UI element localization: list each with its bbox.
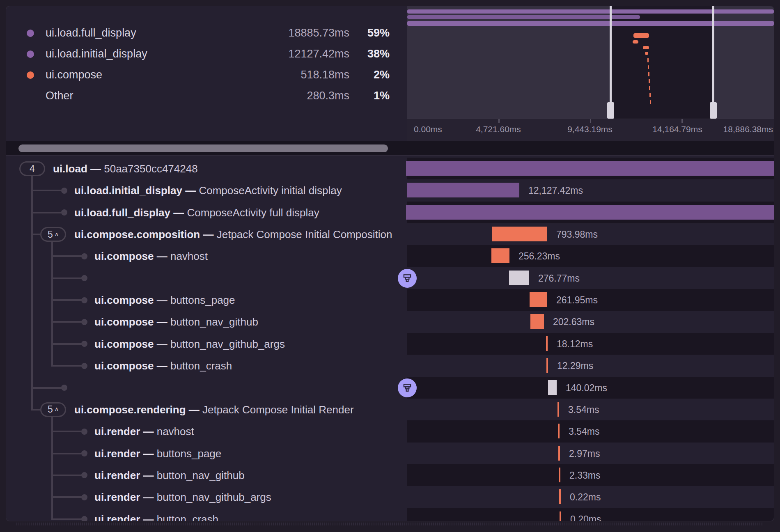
span-tree-row-label[interactable]: ui.render — buttons_page [94,447,221,460]
minimap-span-bar [633,33,649,38]
legend-label: Other [46,89,255,102]
tree-guide-line [51,365,85,367]
tree-guide-line [51,255,85,257]
trace-legend: ui.load.full_display 18885.73ms 59% ui.l… [6,6,407,141]
span-duration-bar[interactable] [558,424,560,438]
span-duration-label: 256.23ms [518,251,560,262]
span-duration-bar[interactable] [530,292,547,307]
span-tree-row-label[interactable]: ui.load — 50aa7350cc474248 [53,162,198,175]
span-duration-label: 3.54ms [569,426,599,437]
legend-percent: 59% [349,27,390,39]
legend-color-dot [27,50,34,58]
minimap-span-bar [648,72,649,76]
legend-color-dot [27,71,34,79]
span-tree-row-label[interactable]: ui.load.full_display — ComposeActivity f… [74,206,319,219]
minimap-canvas[interactable] [407,6,774,119]
legend-label: ui.load.full_display [46,27,255,39]
trace-waterfall-container: ui.load.full_display 18885.73ms 59% ui.l… [6,6,774,521]
legend-color-dot [27,92,34,100]
axis-tick [681,119,683,123]
minimap-span-bar [649,93,651,97]
tree-guide-line [31,234,41,235]
span-duration-label: 276.77ms [538,273,580,284]
tree-guide-line [51,321,85,323]
tree-guide-line [51,241,53,367]
profile-icon[interactable] [398,378,417,397]
minimap-span-bar [407,9,774,14]
legend-item: ui.load.initial_display 12127.42ms 38% [27,44,390,64]
tree-guide-line [31,409,41,410]
span-tree-row-label[interactable]: ui.compose — button_nav_github [94,315,258,328]
span-duration-label: 0.22ms [570,492,601,503]
resize-handle-hatch [16,523,764,525]
span-children-count-badge[interactable]: 5∧ [40,402,66,417]
span-tree-row-label[interactable]: ui.compose — button_nav_github_args [94,337,285,351]
minimap-span-bar [650,100,651,104]
span-duration-bar[interactable] [557,402,559,417]
span-duration-label: 2.33ms [569,470,600,481]
legend-percent: 38% [349,48,390,60]
profiling-flash-icon [402,273,413,284]
legend-item: ui.compose 518.18ms 2% [27,64,390,85]
span-tree-row-label[interactable]: ui.render — button_nav_github [94,469,245,482]
axis-label: 0.00ms [414,124,442,134]
bottom-resize-handle[interactable] [0,521,780,532]
span-duration-label: 12,127.42ms [528,185,583,196]
span-tree-row-label[interactable]: ui.compose — button_crash [94,359,232,372]
span-duration-bar[interactable] [548,380,557,395]
span-duration-bar[interactable] [492,227,547,241]
profile-icon[interactable] [398,269,417,288]
span-duration-bar[interactable] [406,205,774,220]
span-duration-bar[interactable] [559,468,560,482]
legend-percent: 2% [349,69,390,81]
span-duration-bar[interactable] [559,489,561,504]
panel-divider[interactable] [407,6,407,521]
span-tree-row-label[interactable]: ui.compose — buttons_page [94,294,235,307]
span-tree-row-label[interactable]: ui.load.initial_display — ComposeActivit… [74,184,342,197]
span-tree-row-label[interactable]: ui.compose — navhost [94,250,208,263]
minimap-left-handle-grip[interactable] [607,102,614,119]
span-tree-row-label[interactable]: ui.compose.composition — Jetpack Compose… [74,228,392,241]
tree-guide-line [51,277,85,279]
span-duration-bar[interactable] [558,446,560,461]
span-duration-bar[interactable] [407,183,519,197]
span-duration-bar[interactable] [560,511,561,521]
chevron-up-icon: ∧ [55,231,59,237]
legend-value: 518.18ms [255,69,349,81]
span-duration-bar[interactable] [546,358,548,373]
trace-view-page: ui.load.full_display 18885.73ms 59% ui.l… [0,0,780,532]
profiling-flash-icon [402,383,413,393]
span-tree-row-label[interactable]: ui.render — navhost [94,425,194,438]
span-duration-label: 18.12ms [557,339,593,350]
tree-guide-line [51,299,85,301]
span-children-count-badge[interactable]: 5∧ [40,227,66,242]
span-tree-row-label[interactable]: ui.compose.rendering — Jetpack Compose I… [74,403,354,416]
tree-guide-line [31,190,65,191]
span-duration-bar[interactable] [530,314,544,329]
waterfall-row-stripe [407,267,774,289]
span-duration-label: 793.98ms [556,229,598,240]
minimap-span-bar [407,21,774,26]
minimap-right-handle-grip[interactable] [710,102,717,119]
minimap-right-handle[interactable] [712,6,714,119]
span-duration-bar[interactable] [406,161,774,176]
horizontal-scrollbar-thumb[interactable] [18,144,388,152]
span-children-count-badge[interactable]: 4 [19,161,45,176]
minimap-left-handle[interactable] [610,6,612,119]
axis-label: 9,443.19ms [567,124,613,134]
span-duration-bar[interactable] [509,271,529,285]
legend-value: 18885.73ms [255,27,349,39]
tree-guide-line [51,496,85,498]
tree-guide-line [51,431,85,432]
minimap-span-bar [633,40,638,44]
span-duration-bar[interactable] [491,248,509,263]
legend-value: 280.3ms [255,89,349,102]
span-tree-row-label[interactable]: ui.render — button_nav_github_args [94,491,271,504]
span-duration-bar[interactable] [546,336,548,351]
span-tree-row-label[interactable]: ui.render — button_crash [94,513,218,521]
legend-label: ui.compose [46,69,255,81]
minimap-time-axis: 0.00ms 4,721.60ms 9,443.19ms 14,164.79ms… [407,119,774,141]
legend-item: Other 280.3ms 1% [27,85,390,106]
tree-guide-line [51,475,85,476]
axis-label: 4,721.60ms [476,124,521,134]
